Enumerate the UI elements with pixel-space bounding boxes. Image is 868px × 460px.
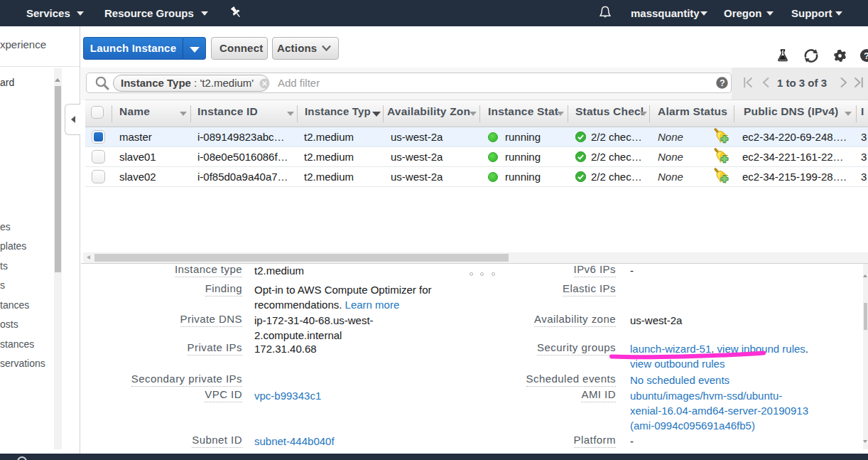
svg-text:?: ?: [864, 50, 868, 61]
svg-text:?: ?: [720, 78, 725, 88]
